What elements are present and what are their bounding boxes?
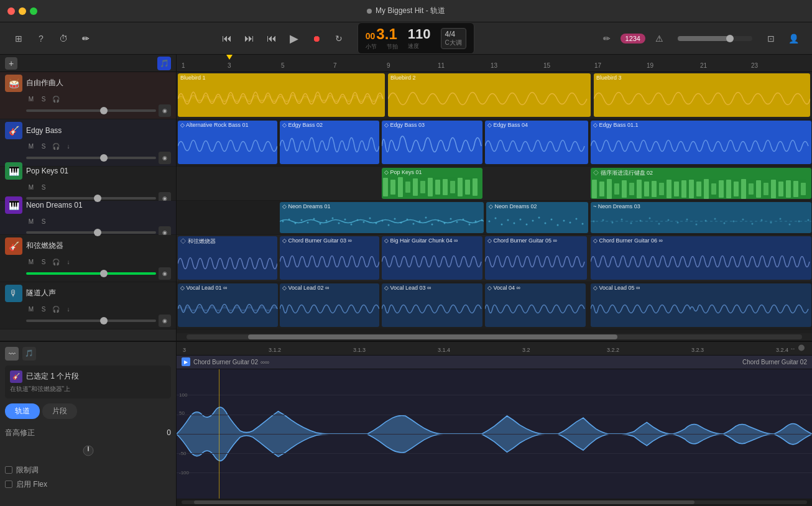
horizontal-scrollbar[interactable]: [177, 333, 812, 341]
tempo-label: 速度: [408, 42, 431, 50]
clip-chord-burner-05[interactable]: ◇ Chord Burner Guitar 05 ∞: [485, 236, 587, 280]
clip-chord-burner-03[interactable]: ◇ Chord Burner Guitar 03 ∞: [280, 236, 379, 280]
clip-vocal-01[interactable]: ◇ Vocal Lead 01 ∞: [178, 283, 278, 327]
synth-solo-button[interactable]: S: [39, 216, 48, 226]
svg-rect-3: [405, 182, 410, 193]
drummer-solo-button[interactable]: S: [39, 94, 48, 104]
clip-alt-rock-bass[interactable]: ◇ Alternative Rock Bass 01: [178, 121, 277, 164]
bass-download-button[interactable]: ↓: [63, 142, 73, 152]
drummer-mute-button[interactable]: M: [26, 94, 36, 104]
clip-vocal-02[interactable]: ◇ Vocal Lead 02 ∞: [280, 283, 379, 327]
add-track-button[interactable]: +: [5, 57, 17, 70]
guitar-volume-fader[interactable]: [26, 272, 156, 275]
midi-button[interactable]: 🎵: [157, 57, 171, 70]
svg-point-64: [419, 221, 421, 223]
svg-point-90: [582, 223, 584, 225]
clip-big-hair-guitar[interactable]: ◇ Big Hair Guitar Chunk 04 ∞: [382, 236, 482, 280]
svg-point-103: [696, 224, 698, 226]
tab-segment[interactable]: 片段: [42, 403, 77, 419]
clip-neon-dreams-01[interactable]: ◇ Neon Dreams 01: [280, 202, 484, 233]
clip-edgy-bass-03[interactable]: ◇ Edgy Bass 03: [382, 121, 482, 164]
volume-thumb[interactable]: [726, 35, 734, 42]
limit-key-checkbox[interactable]: [5, 466, 12, 474]
guitar-pan-knob[interactable]: ◉: [159, 267, 171, 280]
guitar-mute-button[interactable]: M: [26, 257, 36, 267]
waveform-view-button[interactable]: 〰: [5, 347, 19, 361]
drummer-pan-knob[interactable]: ◉: [159, 104, 171, 117]
use-flex-checkbox[interactable]: [5, 481, 12, 488]
bottom-scroll-track[interactable]: [182, 500, 807, 504]
pitch-knob[interactable]: [82, 444, 95, 457]
bottom-scrollbar-row: [177, 499, 812, 506]
keys-volume-fader[interactable]: [26, 197, 156, 200]
metronome-button[interactable]: ⏱: [55, 30, 72, 47]
clip-vocal-04[interactable]: ◇ Vocal 04 ∞: [485, 283, 586, 327]
alert-button[interactable]: ⚠: [650, 30, 668, 47]
record-button[interactable]: ⏺: [308, 30, 325, 47]
maximize-button[interactable]: [30, 7, 37, 15]
guitar-headphone-button[interactable]: 🎧: [51, 257, 61, 267]
vocal-pan-knob[interactable]: ◉: [159, 315, 171, 327]
drummer-volume-fader[interactable]: [26, 109, 156, 112]
clip-vocal-05[interactable]: ◇ Vocal Lead 05 ∞: [591, 283, 811, 327]
bass-volume-fader[interactable]: [26, 157, 156, 159]
clip-pop-keys-01[interactable]: ◇ Pop Keys 01: [382, 168, 482, 199]
guitar-fader-thumb[interactable]: [100, 270, 108, 277]
toolbar: ⊞ ? ⏱ ✏ ⏮ ⏭ ⏮ ▶ ⏺ ↻ 00 3.1 小节 节拍 110 速度: [0, 22, 812, 55]
svg-point-107: [733, 221, 735, 223]
clip-neon-dreams-03[interactable]: ~ Neon Dreams 03: [591, 202, 811, 233]
panel-button[interactable]: 👤: [785, 30, 802, 47]
bass-mute-button[interactable]: M: [26, 142, 36, 152]
clip-chord-burner-06[interactable]: ◇ Chord Burner Guitar 06 ∞: [591, 236, 811, 280]
skip-back-button[interactable]: ⏮: [263, 30, 280, 47]
vocal-mute-button[interactable]: M: [26, 305, 36, 315]
help-button[interactable]: ?: [32, 30, 50, 47]
title-dot: [367, 9, 372, 14]
midi-view-button[interactable]: 🎵: [22, 347, 36, 361]
synth-volume-fader[interactable]: [26, 231, 156, 234]
clip-bluebird-1[interactable]: Bluebird 1: [178, 73, 385, 117]
bass-headphone-button[interactable]: 🎧: [51, 142, 61, 152]
clip-neon-dreams-02[interactable]: ◇ Neon Dreams 02: [486, 202, 588, 233]
clip-edgy-bass-011[interactable]: ◇ Edgy Bass 01.1: [591, 121, 811, 164]
clip-vocal-03[interactable]: ◇ Vocal Lead 03 ∞: [382, 283, 482, 327]
clip-chord-burner-orig[interactable]: ◇ 和弦燃烧器: [178, 236, 277, 280]
svg-rect-27: [696, 182, 701, 196]
rewind-button[interactable]: ⏮: [218, 30, 236, 47]
svg-point-99: [658, 223, 660, 225]
mix-button[interactable]: ✏: [598, 30, 616, 47]
minimize-button[interactable]: [19, 7, 26, 15]
vocal-headphone-button[interactable]: 🎧: [51, 305, 61, 315]
svg-point-96: [630, 223, 632, 224]
vocal-solo-button[interactable]: S: [39, 305, 48, 315]
library-button[interactable]: ⊞: [10, 30, 27, 47]
clip-piano-02[interactable]: ◇ 循序渐进流行键盘 02: [591, 168, 811, 199]
screen-button[interactable]: ⊡: [762, 30, 780, 47]
ruler-left-button[interactable]: ↔: [790, 345, 796, 352]
notification-badge[interactable]: 1234: [621, 34, 645, 44]
clip-bluebird-2[interactable]: Bluebird 2: [388, 73, 591, 117]
bass-solo-button[interactable]: S: [39, 142, 48, 152]
clip-bluebird-3[interactable]: Bluebird 3: [594, 73, 810, 117]
synth-mute-button[interactable]: M: [26, 216, 36, 226]
pencil-button[interactable]: ✏: [77, 30, 95, 47]
tab-track[interactable]: 轨道: [5, 403, 40, 419]
svg-point-86: [557, 224, 559, 226]
waveform-display[interactable]: 100 50 -50 -100: [177, 369, 812, 499]
play-button[interactable]: ▶: [285, 30, 303, 47]
drummer-headphone-button[interactable]: 🎧: [51, 94, 61, 104]
keys-solo-button[interactable]: S: [39, 182, 48, 192]
vocal-volume-fader[interactable]: [26, 320, 156, 322]
guitar-download-button[interactable]: ↓: [63, 257, 73, 267]
keys-mute-button[interactable]: M: [26, 182, 36, 192]
master-volume-slider[interactable]: [678, 36, 752, 41]
bottom-scroll-thumb[interactable]: [194, 500, 694, 504]
clip-edgy-bass-04[interactable]: ◇ Edgy Bass 04: [485, 121, 588, 164]
time-signature[interactable]: 4/4 C大调: [441, 28, 466, 49]
loop-button[interactable]: ↻: [330, 30, 348, 47]
fast-forward-button[interactable]: ⏭: [241, 30, 258, 47]
clip-edgy-bass-02[interactable]: ◇ Edgy Bass 02: [280, 121, 379, 164]
close-button[interactable]: [7, 7, 15, 15]
vocal-download-button[interactable]: ↓: [63, 305, 73, 315]
guitar-solo-button[interactable]: S: [39, 257, 48, 267]
